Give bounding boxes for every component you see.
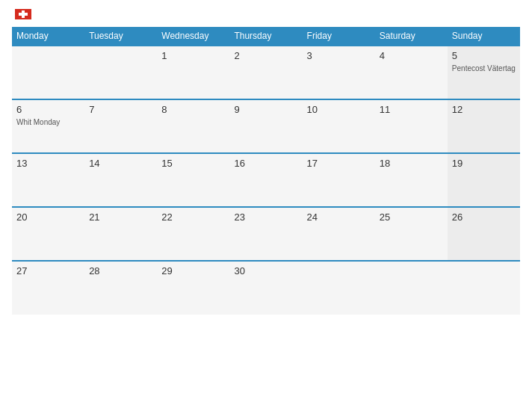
calendar-day: 22 <box>157 207 229 261</box>
day-number: 24 <box>307 211 371 223</box>
day-number: 10 <box>307 104 371 115</box>
calendar-day: 7 <box>84 99 157 153</box>
day-number: 12 <box>452 104 516 115</box>
day-number: 18 <box>380 158 443 169</box>
day-number: 21 <box>89 211 152 223</box>
day-number: 13 <box>16 158 80 169</box>
calendar-day <box>84 46 157 99</box>
calendar-day: 25 <box>375 207 448 261</box>
day-number: 17 <box>307 158 371 169</box>
calendar-day: 20 <box>12 207 84 261</box>
day-number: 16 <box>234 158 297 169</box>
day-number: 26 <box>452 211 516 223</box>
col-sunday: Sunday <box>448 27 520 46</box>
day-number: 23 <box>234 211 297 223</box>
day-number: 4 <box>380 50 443 61</box>
day-number: 2 <box>234 50 297 61</box>
calendar-day: 19 <box>448 153 520 207</box>
day-number: 30 <box>234 265 297 276</box>
calendar-day: 29 <box>157 261 229 315</box>
calendar-week-row: 13141516171819 <box>12 153 520 207</box>
calendar-day: 21 <box>84 207 157 261</box>
day-number: 8 <box>161 104 225 115</box>
col-friday: Friday <box>303 27 375 46</box>
day-number: 3 <box>307 50 371 61</box>
day-number: 9 <box>234 104 297 115</box>
col-saturday: Saturday <box>375 27 448 46</box>
calendar-day: 6Whit Monday <box>12 99 84 153</box>
calendar-table: Monday Tuesday Wednesday Thursday Friday… <box>12 27 520 315</box>
calendar-day: 4 <box>375 46 448 99</box>
calendar-day: 1 <box>157 46 229 99</box>
day-number: 5 <box>452 50 516 61</box>
calendar-week-row: 12345Pentecost Vätertag <box>12 46 520 99</box>
calendar-day <box>448 261 520 315</box>
day-number: 1 <box>161 50 225 61</box>
calendar-week-row: 27282930 <box>12 261 520 315</box>
calendar-day: 12 <box>448 99 520 153</box>
calendar-day: 3 <box>303 46 375 99</box>
calendar-week-row: 6Whit Monday789101112 <box>12 99 520 153</box>
logo <box>12 9 31 19</box>
logo-flag-icon <box>15 9 31 19</box>
col-thursday: Thursday <box>229 27 302 46</box>
col-monday: Monday <box>12 27 84 46</box>
calendar-day: 14 <box>84 153 157 207</box>
holiday-label: Whit Monday <box>16 118 60 126</box>
day-number: 29 <box>161 265 225 276</box>
col-tuesday: Tuesday <box>84 27 157 46</box>
calendar-day: 9 <box>229 99 302 153</box>
calendar-day: 15 <box>157 153 229 207</box>
calendar-day: 10 <box>303 99 375 153</box>
calendar-day: 5Pentecost Vätertag <box>448 46 520 99</box>
calendar-day: 16 <box>229 153 302 207</box>
calendar-day: 2 <box>229 46 302 99</box>
day-number: 6 <box>16 104 80 115</box>
calendar-day: 24 <box>303 207 375 261</box>
calendar-day: 11 <box>375 99 448 153</box>
day-number: 27 <box>16 265 80 276</box>
calendar-day: 27 <box>12 261 84 315</box>
day-number: 22 <box>161 211 225 223</box>
calendar-day: 18 <box>375 153 448 207</box>
day-number: 14 <box>89 158 152 169</box>
calendar-day <box>375 261 448 315</box>
calendar-day: 17 <box>303 153 375 207</box>
day-number: 11 <box>380 104 443 115</box>
calendar-day: 30 <box>229 261 302 315</box>
calendar-header-row: Monday Tuesday Wednesday Thursday Friday… <box>12 27 520 46</box>
day-number: 25 <box>380 211 443 223</box>
calendar-day: 23 <box>229 207 302 261</box>
day-number: 20 <box>16 211 80 223</box>
day-number: 15 <box>161 158 225 169</box>
calendar-day-empty <box>12 46 84 99</box>
calendar-day: 13 <box>12 153 84 207</box>
calendar-day: 28 <box>84 261 157 315</box>
day-number: 28 <box>89 265 152 276</box>
day-number: 19 <box>452 158 516 169</box>
calendar-week-row: 20212223242526 <box>12 207 520 261</box>
calendar-day: 26 <box>448 207 520 261</box>
calendar-page: Monday Tuesday Wednesday Thursday Friday… <box>0 0 532 411</box>
calendar-day: 8 <box>157 99 229 153</box>
holiday-label: Pentecost Vätertag <box>452 64 516 72</box>
calendar-day <box>303 261 375 315</box>
col-wednesday: Wednesday <box>157 27 229 46</box>
header <box>12 9 520 19</box>
svg-rect-2 <box>19 13 28 16</box>
day-number: 7 <box>89 104 152 115</box>
